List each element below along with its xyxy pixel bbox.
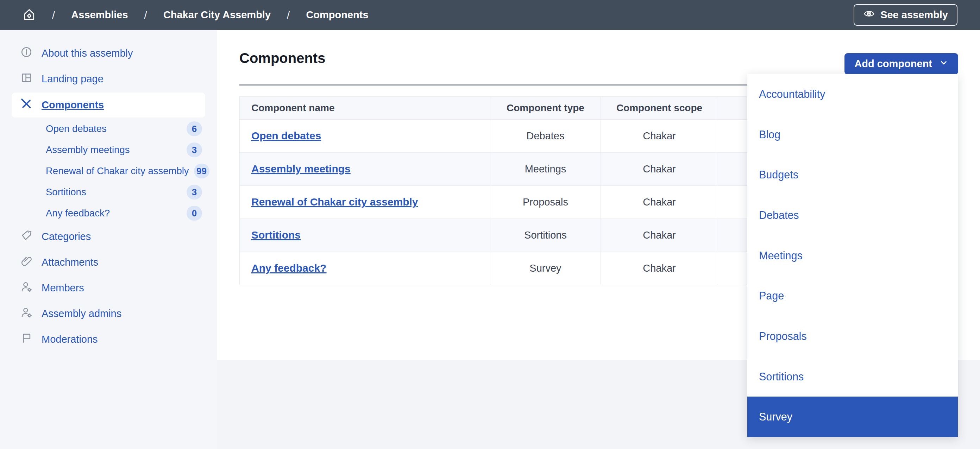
topbar: / Assemblies / Chakar City Assembly / Co… (0, 0, 980, 30)
sidebar-item-landing-page[interactable]: Landing page (0, 66, 217, 92)
sidebar-item-components[interactable]: Components (12, 92, 205, 117)
sidebar-subitem-assembly-meetings[interactable]: Assembly meetings 3 (0, 140, 217, 160)
menu-item-page[interactable]: Page (747, 276, 958, 316)
column-header-component-name: Component name (240, 97, 490, 119)
sidebar-item-members[interactable]: Members (0, 275, 217, 301)
add-component-button[interactable]: Add component (845, 53, 958, 75)
breadcrumb-separator: / (144, 9, 147, 21)
component-type-cell: Proposals (490, 186, 601, 219)
component-scope-cell: Chakar (601, 219, 718, 252)
breadcrumb-separator: / (287, 9, 290, 21)
count-badge: 99 (194, 163, 210, 178)
sidebar-item-categories[interactable]: Categories (0, 224, 217, 249)
subitem-label: Renewal of Chakar city assembly (46, 165, 189, 177)
menu-item-budgets[interactable]: Budgets (747, 154, 958, 195)
landing-page-icon (21, 72, 32, 86)
sidebar-item-label: Moderations (41, 333, 98, 345)
component-type-cell: Sortitions (490, 219, 601, 252)
paperclip-icon (21, 255, 32, 270)
component-scope-cell: Chakar (601, 252, 718, 285)
count-badge: 3 (186, 185, 202, 200)
see-assembly-label: See assembly (880, 9, 948, 21)
column-header-component-scope: Component scope (601, 97, 718, 119)
sidebar-item-label: Assembly admins (41, 308, 121, 319)
component-link-open-debates[interactable]: Open debates (251, 130, 321, 141)
add-component-label: Add component (854, 58, 932, 70)
admin-gear-icon (21, 306, 32, 321)
sidebar: About this assembly Landing page Com (0, 30, 217, 449)
components-tools-icon (21, 98, 32, 112)
sidebar-subitem-any-feedback[interactable]: Any feedback? 0 (0, 203, 217, 224)
component-type-cell: Debates (490, 119, 601, 152)
sidebar-item-label: Members (41, 282, 84, 294)
subitem-label: Any feedback? (46, 208, 110, 219)
count-badge: 0 (186, 206, 202, 221)
tag-icon (21, 229, 32, 244)
component-link-assembly-meetings[interactable]: Assembly meetings (251, 163, 351, 175)
component-link-any-feedback[interactable]: Any feedback? (251, 262, 326, 274)
subitem-label: Open debates (46, 123, 107, 135)
component-scope-cell: Chakar (601, 152, 718, 186)
info-icon (21, 46, 32, 60)
menu-item-blog[interactable]: Blog (747, 114, 958, 155)
member-gear-icon (21, 281, 32, 295)
subitem-label: Assembly meetings (46, 144, 130, 155)
count-badge: 3 (186, 143, 202, 157)
sidebar-item-assembly-admins[interactable]: Assembly admins (0, 301, 217, 327)
sidebar-subitem-open-debates[interactable]: Open debates 6 (0, 118, 217, 140)
menu-item-proposals[interactable]: Proposals (747, 316, 958, 357)
component-scope-cell: Chakar (601, 119, 718, 152)
menu-item-sortitions[interactable]: Sortitions (747, 357, 958, 397)
column-header-component-type: Component type (490, 97, 601, 119)
subitem-label: Sortitions (46, 187, 86, 198)
breadcrumb-assemblies[interactable]: Assemblies (71, 9, 128, 21)
component-type-cell: Survey (490, 252, 601, 285)
sidebar-item-label: About this assembly (41, 48, 133, 59)
sidebar-item-label: Components (41, 99, 104, 111)
chevron-down-icon (939, 58, 948, 70)
breadcrumb-separator: / (52, 9, 55, 21)
sidebar-item-about-this-assembly[interactable]: About this assembly (0, 40, 217, 66)
menu-item-accountability[interactable]: Accountability (747, 74, 958, 114)
component-link-sortitions[interactable]: Sortitions (251, 229, 301, 241)
eye-icon (863, 8, 875, 22)
sidebar-item-label: Landing page (41, 73, 103, 85)
menu-item-debates[interactable]: Debates (747, 195, 958, 235)
flag-icon (21, 332, 32, 347)
breadcrumb-chakar-city-assembly[interactable]: Chakar City Assembly (163, 9, 271, 21)
count-badge: 6 (186, 121, 202, 136)
home-icon (22, 8, 36, 22)
add-component-menu: Accountability Blog Budgets Debates Meet… (747, 74, 958, 437)
see-assembly-button[interactable]: See assembly (854, 4, 958, 26)
breadcrumb-home-link[interactable] (22, 8, 36, 22)
sidebar-subitem-renewal-of-chakar-city-assembly[interactable]: Renewal of Chakar city assembly 99 (0, 160, 217, 182)
component-scope-cell: Chakar (601, 186, 718, 219)
sidebar-item-attachments[interactable]: Attachments (0, 249, 217, 275)
sidebar-item-label: Attachments (41, 257, 98, 268)
sidebar-item-moderations[interactable]: Moderations (0, 327, 217, 352)
menu-item-survey[interactable]: Survey (747, 397, 958, 437)
sidebar-item-label: Categories (41, 231, 91, 243)
component-link-renewal-of-chakar-city-assembly[interactable]: Renewal of Chakar city assembly (251, 196, 418, 208)
component-type-cell: Meetings (490, 152, 601, 186)
sidebar-subitem-sortitions[interactable]: Sortitions 3 (0, 182, 217, 203)
breadcrumb-components[interactable]: Components (306, 9, 368, 21)
menu-item-meetings[interactable]: Meetings (747, 235, 958, 276)
